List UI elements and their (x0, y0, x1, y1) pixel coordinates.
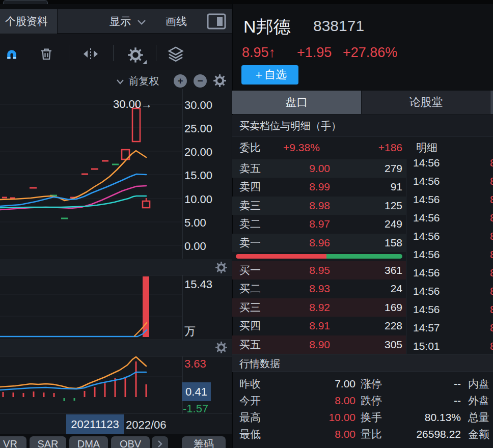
chip-distribution-button[interactable]: 筹码 (182, 436, 226, 448)
quote-value: 7.00 (293, 375, 355, 392)
sell-level-row[interactable]: 卖二8.97249 (232, 215, 406, 233)
quote-label: 最高 (239, 409, 261, 426)
level-price: 8.99 (309, 178, 330, 196)
display-menu[interactable]: 显示 (109, 9, 146, 34)
level-price: 8.93 (309, 279, 330, 298)
trade-price-clipped: 8 (490, 264, 493, 282)
quote-row: 昨收7.00涨停--内盘 (232, 375, 493, 392)
zoom-out-button[interactable]: − (194, 74, 207, 88)
trade-detail-row: 15:018 (406, 337, 493, 354)
buy-level-row[interactable]: 买四8.91228 (232, 317, 406, 335)
gear-icon (215, 261, 228, 274)
add-watchlist-button[interactable]: ＋自选 (241, 65, 298, 85)
chevron-down-icon (137, 19, 146, 25)
candle (132, 108, 140, 142)
split-adjust-button[interactable] (82, 47, 99, 63)
trade-price-clipped: 8 (490, 319, 493, 337)
indicator-tab-obv[interactable]: OBV (111, 436, 150, 448)
trade-price-clipped: 8 (490, 337, 493, 354)
level-label: 卖一 (239, 234, 261, 252)
quote-label: 量比 (361, 426, 382, 442)
quote-label: 总量 (468, 409, 489, 426)
magnet-tool-button[interactable] (4, 47, 19, 64)
level-price: 8.92 (309, 298, 330, 317)
toolbar-divider (113, 45, 114, 61)
layers-button[interactable] (167, 46, 185, 64)
sell-level-row[interactable]: 卖五9.00279 (232, 159, 406, 178)
sell-level-row[interactable]: 卖一8.96158 (232, 234, 406, 252)
quote-label: 外盘 (468, 392, 489, 409)
trade-detail-row: 14:568 (406, 282, 493, 300)
main-chart-settings-button[interactable] (213, 74, 227, 90)
level-volume: 125 (385, 197, 402, 215)
trade-price-clipped: 8 (490, 282, 493, 300)
tab-stock-profile[interactable]: 个股资料 (0, 9, 58, 34)
indicator-high-label: 3.63 (184, 357, 206, 371)
level-label: 卖五 (239, 159, 261, 178)
draw-line-menu[interactable]: 画线 (166, 9, 187, 34)
trade-price-clipped: 8 (490, 300, 493, 319)
trade-price-clipped: 8 (490, 245, 493, 264)
sell-level-row[interactable]: 卖四8.9991 (232, 178, 406, 196)
cursor-date-label: 20211123 (66, 414, 124, 434)
indicator-tab-vr[interactable]: VR (0, 436, 26, 448)
tab-forum[interactable]: 论股堂 (362, 91, 490, 114)
quote-label: 最低 (239, 426, 261, 442)
trade-time: 14:56 (413, 172, 440, 190)
indicator-cursor-value: 0.41 (182, 382, 211, 401)
chevron-right-icon (157, 440, 162, 448)
volume-settings-button[interactable] (215, 261, 228, 276)
indicator-pane-header (0, 340, 232, 356)
trade-detail-row: 14:578 (406, 319, 493, 337)
quote-label: 换手 (361, 409, 382, 426)
trade-time: 15:01 (413, 337, 440, 354)
delete-drawings-button[interactable] (39, 46, 54, 64)
trade-detail-row: 14:568 (406, 264, 493, 282)
trade-price-clipped: 8 (490, 159, 493, 172)
panel-toggle-button[interactable] (206, 13, 227, 32)
y-axis-label: 30.00 (184, 99, 212, 112)
trade-time: 14:56 (413, 159, 440, 172)
trade-price-clipped: 8 (490, 209, 493, 227)
quote-value: -- (385, 375, 461, 392)
magnet-icon (4, 47, 19, 62)
level-volume: 249 (385, 215, 402, 233)
indicator-tab-sar[interactable]: SAR (30, 436, 66, 448)
gear-icon (215, 341, 228, 354)
depth-bar-sell (326, 254, 402, 259)
buy-level-row[interactable]: 买五8.90305 (232, 335, 406, 354)
trade-details-list[interactable]: 14:56814:56814:56814:56814:56814:56814:5… (406, 159, 493, 354)
indicator-line-line_blue (0, 372, 146, 390)
level-volume: 91 (391, 178, 402, 196)
trade-time: 14:56 (413, 245, 440, 264)
trade-time: 14:56 (413, 282, 440, 300)
trade-time: 14:56 (413, 209, 440, 227)
level-price: 8.91 (309, 317, 330, 335)
more-indicators-button[interactable] (152, 436, 168, 448)
level-volume: 169 (385, 298, 402, 317)
quote-section-title: 行情数据 (232, 354, 493, 372)
quote-label: 涨停 (361, 375, 382, 392)
stock-header: N邦德 838171 8.95↑ +1.95 +27.86% ＋自选 (233, 4, 493, 91)
level-price: 8.90 (309, 335, 330, 354)
level-price: 8.97 (309, 215, 330, 233)
adjust-type-selector[interactable]: 前复权 (116, 74, 159, 88)
buy-level-row[interactable]: 买三8.92169 (232, 298, 406, 317)
indicator-tab-dma[interactable]: DMA (69, 436, 108, 448)
quote-value: 10.00 (293, 409, 355, 426)
buy-level-row[interactable]: 买一8.95361 (232, 261, 406, 279)
chart-settings-button[interactable] (127, 47, 144, 65)
level-volume: 361 (385, 261, 402, 279)
volume-bar (143, 276, 149, 337)
zoom-in-button[interactable]: + (174, 74, 187, 88)
trading-app-window: 个股资料 显示 画线 (0, 0, 493, 448)
y-axis-label: 0.00 (184, 240, 206, 253)
buy-level-row[interactable]: 买二8.9324 (232, 279, 406, 298)
last-price: 8.95↑ (242, 45, 276, 61)
tab-order-book[interactable]: 盘口 (232, 91, 361, 114)
quote-row: 今开8.00跌停--外盘 (232, 392, 493, 409)
sell-level-row[interactable]: 卖三8.98125 (232, 197, 406, 215)
indicator-settings-button[interactable] (215, 341, 228, 356)
tab-edge-sliver (490, 91, 493, 114)
weibi-diff: +186 (378, 136, 402, 159)
